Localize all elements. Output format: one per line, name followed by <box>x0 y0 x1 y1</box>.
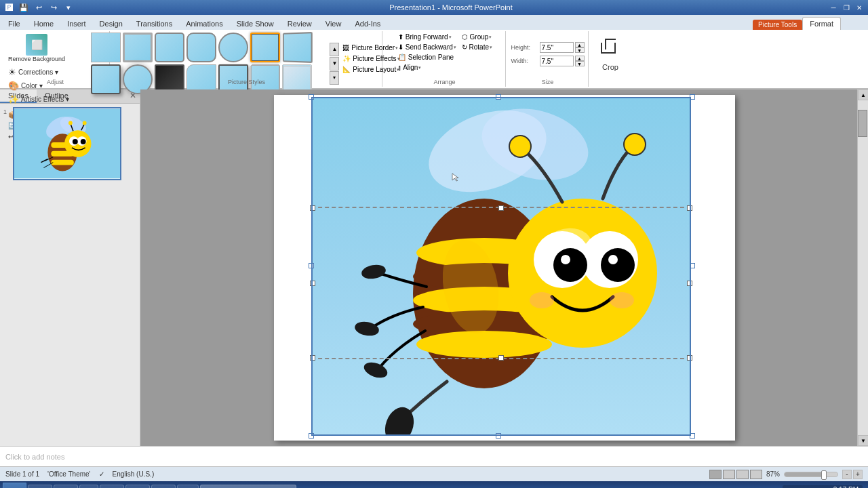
width-spin-up[interactable]: ▲ <box>575 56 585 61</box>
pic-style-7[interactable] <box>283 32 313 63</box>
svg-point-32 <box>416 331 552 358</box>
zoom-fill <box>785 472 824 476</box>
taskbar-powerpoint[interactable]: 📊 Presentation1 - Micro... <box>200 485 296 488</box>
canvas-area[interactable]: ▲ ▼ <box>140 89 868 446</box>
taskbar-app1[interactable]: 🔧 <box>100 485 124 488</box>
selection-pane-btn[interactable]: 📋 Selection Pane <box>396 53 456 62</box>
crop-label: Crop <box>602 63 618 71</box>
view-slide-sorter-btn[interactable] <box>723 470 735 479</box>
zoom-slider[interactable] <box>784 472 838 477</box>
pic-style-6[interactable] <box>250 33 280 62</box>
taskbar-app3[interactable]: 📋 <box>151 485 176 488</box>
width-input[interactable] <box>540 56 574 66</box>
pic-style-2[interactable] <box>123 33 153 62</box>
handle-ml[interactable] <box>309 263 314 268</box>
crop-group-content: Crop <box>593 33 627 85</box>
qat-more[interactable]: ▾ <box>62 1 75 14</box>
tab-animations[interactable]: Animations <box>179 18 229 30</box>
group-btn[interactable]: ⬡ Group▾ <box>460 33 494 41</box>
svg-point-48 <box>353 320 380 338</box>
width-spinner[interactable]: ▲ ▼ <box>575 56 585 66</box>
minimize-btn[interactable]: ─ <box>827 2 840 13</box>
ribbon-tabs: File Home Insert Design Transitions Anim… <box>0 15 868 30</box>
pic-styles-scroll-down[interactable]: ▼ <box>330 57 339 70</box>
tab-review[interactable]: Review <box>281 18 319 30</box>
pic-style-3[interactable] <box>155 33 184 62</box>
close-btn[interactable]: ✕ <box>853 2 865 13</box>
clock[interactable]: 3:17 PM 7/30/2018 <box>829 485 859 488</box>
picture-styles-group-label: Picture Styles <box>111 79 382 85</box>
height-input[interactable] <box>540 42 574 53</box>
save-quick-btn[interactable]: 💾 <box>18 1 30 14</box>
tab-home[interactable]: Home <box>27 18 60 30</box>
handle-bl[interactable] <box>309 433 314 439</box>
send-backward-btn[interactable]: ⬇ Send Backward▾ <box>396 43 458 52</box>
height-spin-down[interactable]: ▼ <box>575 47 585 53</box>
scroll-down-btn[interactable]: ▼ <box>858 435 868 446</box>
pic-style-4[interactable] <box>186 33 216 62</box>
pic-style-1[interactable] <box>91 33 121 62</box>
scroll-up-btn[interactable]: ▲ <box>858 89 868 100</box>
zoom-handle[interactable] <box>821 470 827 480</box>
tab-file[interactable]: File <box>1 18 27 30</box>
height-spin-up[interactable]: ▲ <box>575 42 585 47</box>
size-group-label: Size <box>507 79 588 85</box>
view-reading-btn[interactable] <box>736 470 749 479</box>
taskbar: ⊞ 🌐 📁 ▶ 🔧 💬 📋 🛡 📊 Presentation1 - Micro.… <box>0 481 868 488</box>
zoom-in-btn[interactable]: + <box>853 470 863 479</box>
undo-quick-btn[interactable]: ↩ <box>33 1 45 14</box>
bee-image[interactable] <box>311 97 691 436</box>
redo-quick-btn[interactable]: ↪ <box>47 1 60 14</box>
rotate-btn[interactable]: ↻ Rotate▾ <box>460 43 494 52</box>
zoom-out-btn[interactable]: - <box>842 470 852 479</box>
align-btn[interactable]: ⫿ Align▾ <box>396 63 423 72</box>
arrange-content: ⬆ Bring Forward▾ ⬇ Send Backward▾ 📋 Sele… <box>396 33 493 81</box>
handle-tc[interactable] <box>496 94 501 100</box>
status-bar: Slide 1 of 1 'Office Theme' ✓ English (U… <box>0 466 868 481</box>
taskbar-app2[interactable]: 💬 <box>125 485 150 488</box>
arrange-group-label: Arrange <box>384 79 505 85</box>
svg-point-40 <box>561 255 570 264</box>
handle-tl[interactable] <box>309 94 314 100</box>
handle-tr[interactable] <box>690 94 695 100</box>
tab-addins[interactable]: Add-Ins <box>348 18 387 30</box>
svg-point-45 <box>624 134 646 155</box>
tab-insert[interactable]: Insert <box>60 18 93 30</box>
window-title: Presentation1 - Microsoft PowerPoint <box>75 3 827 12</box>
start-button[interactable]: ⊞ <box>3 483 26 488</box>
handle-mr[interactable] <box>690 263 695 268</box>
artistic-effects-btn[interactable]: ✨ Artistic Effects ▾ <box>5 93 78 106</box>
ribbon-group-arrange: ⬆ Bring Forward▾ ⬇ Send Backward▾ 📋 Sele… <box>384 31 506 87</box>
bring-forward-btn[interactable]: ⬆ Bring Forward▾ <box>396 33 454 41</box>
canvas-scrollbar-right[interactable]: ▲ ▼ <box>857 89 868 446</box>
width-spin-down[interactable]: ▼ <box>575 61 585 66</box>
tab-slideshow[interactable]: Slide Show <box>230 18 281 30</box>
view-normal-btn[interactable] <box>709 470 722 479</box>
tab-transitions[interactable]: Transitions <box>130 18 179 30</box>
width-label: Width: <box>511 58 538 64</box>
taskbar-media[interactable]: ▶ <box>79 485 98 488</box>
title-bar-left: 🅿 💾 ↩ ↪ ▾ <box>3 1 75 14</box>
taskbar-explorer[interactable]: 📁 <box>54 485 78 488</box>
pic-style-5[interactable] <box>218 33 248 62</box>
spell-check: ✓ <box>99 470 104 478</box>
svg-rect-3 <box>605 39 616 40</box>
taskbar-app4[interactable]: 🛡 <box>177 485 199 488</box>
tab-format[interactable]: Format <box>802 17 841 30</box>
scroll-thumb[interactable] <box>858 110 867 137</box>
remove-background-btn[interactable]: ⬜ Remove Background <box>5 33 68 64</box>
handle-bc[interactable] <box>496 433 501 439</box>
pic-styles-scroll-up[interactable]: ▲ <box>330 43 339 56</box>
corrections-btn[interactable]: ☀ Corrections ▾ <box>5 66 78 79</box>
view-slideshow-btn[interactable] <box>750 470 762 479</box>
crop-button[interactable]: Crop <box>593 34 627 75</box>
tab-view[interactable]: View <box>319 18 349 30</box>
restore-btn[interactable]: ❐ <box>840 2 852 13</box>
taskbar-ie[interactable]: 🌐 <box>28 485 52 488</box>
slide-thumbnail-1[interactable] <box>13 107 121 180</box>
notes-area[interactable]: Click to add notes <box>0 446 868 466</box>
height-spinner[interactable]: ▲ ▼ <box>575 42 585 53</box>
handle-br[interactable] <box>690 433 695 439</box>
height-label: Height: <box>511 44 538 51</box>
tab-design[interactable]: Design <box>93 18 130 30</box>
